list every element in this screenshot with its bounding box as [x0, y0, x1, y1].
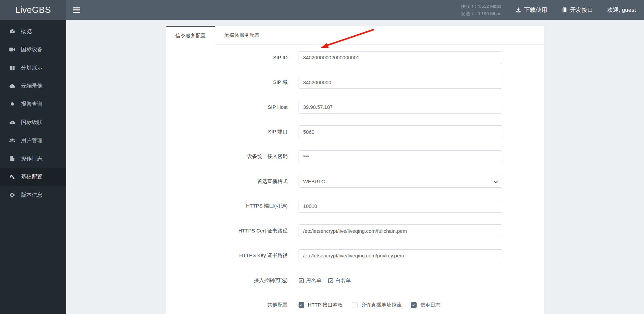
- settings-card: 信令服务配置流媒体服务配置 SIP IDSIP 域SIP HostSIP 端口设…: [166, 26, 544, 314]
- sidebar-item-gb-cascade[interactable]: 国标级联: [0, 113, 66, 131]
- sidebar-item-label: 基础配置: [21, 174, 43, 181]
- allow-pull-checkbox-label: 允许直播地址拉流: [361, 302, 402, 308]
- sip-port-input[interactable]: [299, 125, 502, 138]
- info-icon: [9, 192, 15, 198]
- app-logo[interactable]: LiveGBS: [0, 0, 66, 20]
- form-row-https-cert-path: HTTPS Cert 证书路径: [166, 219, 544, 244]
- recv-stat: 接收 ↑ : 4.552 Mbps: [461, 3, 501, 10]
- signal-log-checkbox[interactable]: 信令日志: [411, 302, 441, 308]
- network-stats: 接收 ↑ : 4.552 Mbps 发送 ↓ : 0.190 Mbps: [461, 3, 501, 18]
- camera-icon: [9, 47, 15, 52]
- main-content: 信令服务配置流媒体服务配置 SIP IDSIP 域SIP HostSIP 端口设…: [66, 20, 644, 314]
- sip-port-label: SIP 端口: [166, 129, 288, 135]
- sidebar-item-label: 用户管理: [21, 137, 43, 144]
- sidebar-item-label: 概览: [21, 28, 32, 35]
- gears-icon: [9, 174, 15, 180]
- sip-id-label: SIP ID: [166, 55, 288, 60]
- form-row-sip-domain: SIP 域: [166, 70, 544, 95]
- sidebar-item-alarm-query[interactable]: 报警查询: [0, 95, 66, 113]
- sidebar: 概览国标设备分屏展示云端录像报警查询国标级联用户管理操作日志基础配置版本信息: [0, 20, 66, 314]
- form-row-device-password: 设备统一接入密码: [166, 144, 544, 169]
- https-key-path-label: HTTPS Key 证书路径: [166, 252, 288, 259]
- sidebar-item-overview[interactable]: 概览: [0, 22, 66, 40]
- top-navbar: LiveGBS 接收 ↑ : 4.552 Mbps 发送 ↓ : 0.190 M…: [0, 0, 644, 20]
- preferred-live-format-select[interactable]: WEBRTC: [299, 175, 502, 188]
- users-icon: [9, 138, 15, 143]
- dashboard-icon: [9, 29, 15, 34]
- sidebar-item-label: 国标设备: [21, 46, 43, 53]
- sidebar-item-label: 操作日志: [21, 155, 43, 162]
- sidebar-item-label: 国标级联: [21, 119, 43, 126]
- sidebar-item-label: 版本信息: [21, 192, 43, 199]
- https-port-label: HTTPS 端口(可选): [166, 203, 288, 209]
- sip-host-label: SIP Host: [166, 104, 288, 110]
- form-row-https-key-path: HTTPS Key 证书路径: [166, 243, 544, 268]
- allow-pull-checkbox-box[interactable]: [352, 302, 358, 308]
- sidebar-item-gb-devices[interactable]: 国标设备: [0, 40, 66, 59]
- https-cert-path-input[interactable]: [299, 224, 502, 237]
- bell-icon: [9, 101, 15, 107]
- https-cert-path-label: HTTPS Cert 证书路径: [166, 228, 288, 234]
- api-docs-link[interactable]: 开发接口: [561, 6, 593, 14]
- download-link-label: 下载使用: [524, 6, 547, 14]
- form-row-preferred-live-format: 首选直播格式WEBRTC: [166, 169, 544, 194]
- down-arrow-icon: ↓: [471, 11, 474, 16]
- download-link[interactable]: 下载使用: [515, 6, 547, 14]
- sidebar-item-op-logs[interactable]: 操作日志: [0, 150, 66, 168]
- form-row-sip-host: SIP Host: [166, 95, 544, 120]
- http-api-auth-checkbox-box[interactable]: [299, 302, 304, 308]
- tab-bar: 信令服务配置流媒体服务配置: [166, 26, 544, 45]
- https-port-input[interactable]: [299, 200, 502, 213]
- signal-log-checkbox-box[interactable]: [411, 302, 417, 308]
- sip-host-input[interactable]: [299, 101, 502, 114]
- book-icon: [561, 7, 567, 13]
- sidebar-item-label: 云端录像: [21, 83, 43, 90]
- device-password-label: 设备统一接入密码: [166, 153, 288, 160]
- sidebar-item-cloud-record[interactable]: 云端录像: [0, 77, 66, 95]
- form-row-https-port: HTTPS 端口(可选): [166, 194, 544, 219]
- preferred-live-format-label: 首选直播格式: [166, 178, 288, 185]
- file-icon: [9, 156, 15, 161]
- signal-config-form: SIP IDSIP 域SIP HostSIP 端口设备统一接入密码首选直播格式W…: [166, 45, 544, 314]
- tab-signal-config[interactable]: 信令服务配置: [166, 26, 215, 45]
- sip-domain-label: SIP 域: [166, 79, 288, 86]
- cloud-upload-icon: [9, 120, 15, 125]
- sidebar-item-label: 分屏展示: [21, 64, 43, 71]
- download-icon: [515, 7, 521, 13]
- user-greeting[interactable]: 欢迎, guest: [607, 6, 636, 14]
- sidebar-item-label: 报警查询: [21, 101, 43, 108]
- form-row-access-control: 接入控制(可选)黑名单白名单: [166, 268, 544, 293]
- sidebar-item-split-screen[interactable]: 分屏展示: [0, 59, 66, 77]
- form-row-other-config: 其他配置HTTP 接口鉴权允许直播地址拉流信令日志: [166, 293, 544, 314]
- tab-media-config[interactable]: 流媒体服务配置: [215, 26, 269, 44]
- sidebar-item-version-info[interactable]: 版本信息: [0, 186, 66, 204]
- navbar-main: 接收 ↑ : 4.552 Mbps 发送 ↓ : 0.190 Mbps 下载使用: [66, 0, 644, 20]
- form-row-sip-port: SIP 端口: [166, 120, 544, 145]
- https-key-path-input[interactable]: [299, 249, 502, 262]
- sip-id-input[interactable]: [299, 51, 502, 64]
- calendar-x-icon: [299, 278, 304, 283]
- preferred-live-format-selected-value: WEBRTC: [303, 179, 325, 184]
- sip-domain-input[interactable]: [299, 76, 502, 89]
- signal-log-checkbox-label: 信令日志: [420, 302, 441, 308]
- http-api-auth-checkbox-label: HTTP 接口鉴权: [308, 302, 343, 308]
- sidebar-toggle-icon[interactable]: [73, 7, 80, 13]
- grid-icon: [9, 65, 15, 70]
- blacklist-link[interactable]: 黑名单: [299, 277, 321, 284]
- up-arrow-icon: ↑: [471, 3, 474, 9]
- cloud-icon: [9, 84, 15, 88]
- http-api-auth-checkbox[interactable]: HTTP 接口鉴权: [299, 302, 343, 308]
- blacklist-link-label: 黑名单: [306, 277, 321, 284]
- other-config-label: 其他配置: [166, 302, 288, 308]
- whitelist-link-label: 白名单: [336, 277, 351, 284]
- calendar-check-icon: [328, 278, 333, 283]
- device-password-input[interactable]: [299, 150, 502, 163]
- whitelist-link[interactable]: 白名单: [328, 277, 351, 284]
- sidebar-item-user-mgmt[interactable]: 用户管理: [0, 131, 66, 150]
- sidebar-item-basic-config[interactable]: 基础配置: [0, 168, 66, 186]
- form-row-sip-id: SIP ID: [166, 45, 544, 70]
- allow-pull-checkbox[interactable]: 允许直播地址拉流: [352, 302, 402, 308]
- access-control-links: 黑名单白名单: [299, 277, 351, 284]
- api-docs-link-label: 开发接口: [570, 6, 593, 14]
- navbar-right: 接收 ↑ : 4.552 Mbps 发送 ↓ : 0.190 Mbps 下载使用: [461, 3, 636, 18]
